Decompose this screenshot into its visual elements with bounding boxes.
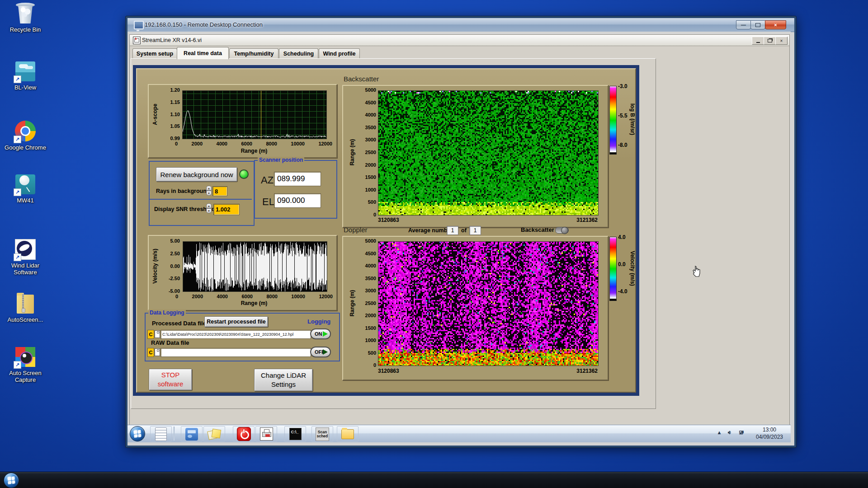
tab-label: Temp/humidity	[234, 51, 274, 57]
raw-logging-off-button[interactable]: OFF	[310, 347, 331, 357]
change-lidar-settings-button[interactable]: Change LiDAR Settings	[254, 369, 313, 391]
remote-taskbar-system-icon[interactable]	[181, 426, 203, 442]
tick-label: 3000	[365, 137, 376, 142]
doppler-y-axis-label: Range (m)	[349, 290, 355, 317]
ascope-plot-area	[182, 90, 327, 139]
logging-label: Logging	[307, 318, 330, 325]
velocity-y-axis-label: Velocity (m/s)	[152, 249, 158, 283]
velocity-y-axis: 5.002.500.00-2.50-5.00	[159, 239, 180, 294]
tab-scheduling[interactable]: Scheduling	[279, 48, 318, 59]
shortcut-arrow-icon: ↗	[14, 188, 21, 196]
remote-clock[interactable]: 13:00 04/09/2023	[749, 426, 790, 441]
doppler-time-start: 3120863	[378, 368, 399, 374]
app-restore-button[interactable]	[764, 37, 776, 45]
shortcut-arrow-icon: ↗	[14, 75, 21, 83]
rays-stepper[interactable]: ▲▼	[206, 186, 212, 196]
tick-label: 12000	[318, 141, 332, 146]
tab-real-time-data[interactable]: Real time data	[177, 47, 229, 59]
tab-label: Scheduling	[283, 51, 314, 57]
remote-taskbar-scan-sched-icon[interactable]: Scansched	[311, 426, 333, 442]
remote-taskbar-sticky-notes-icon[interactable]	[203, 426, 225, 442]
maximize-button[interactable]	[750, 20, 765, 29]
drive-badge[interactable]: C	[147, 330, 154, 339]
vi-file-icon	[133, 37, 141, 44]
az-value-field[interactable]: 089.999	[274, 172, 321, 186]
tab-wind-profile[interactable]: Wind profile	[319, 48, 360, 59]
stop-software-button[interactable]: STOP software	[149, 369, 192, 390]
tick-label: 500	[368, 351, 376, 356]
backscatter-colorbar	[609, 86, 617, 155]
desktop-icon-label: BL-View	[4, 84, 47, 91]
tick-label: 1000	[365, 338, 376, 343]
desktop-icon-label: Auto Screen Capture	[4, 370, 47, 383]
desktop-icon-bl-view[interactable]: ↗ BL-View	[4, 61, 47, 91]
wind-lidar-icon: ↗	[14, 239, 36, 260]
backscatter-time-start: 3120863	[378, 217, 399, 223]
recycle-bin-icon	[14, 3, 36, 24]
ascope-graph: 1.201.151.101.050.99 A-scope 02000400060…	[148, 84, 337, 158]
rdp-connection-icon	[134, 21, 144, 29]
remote-tray-network-icon[interactable]: 🖳︎	[739, 429, 744, 436]
host-start-button[interactable]	[4, 473, 19, 488]
button-label: Restart processed file	[207, 318, 266, 326]
backscatter-toggle[interactable]	[555, 227, 569, 234]
average-number-field[interactable]: 1	[447, 226, 458, 235]
tick-label: 0	[175, 141, 178, 146]
remote-taskbar-stop-icon[interactable]	[233, 426, 255, 442]
snr-stepper[interactable]: ▲▼	[206, 203, 212, 213]
button-label: Change LiDAR	[261, 371, 306, 380]
renew-background-button[interactable]: Renew background now	[156, 167, 237, 182]
minimize-button[interactable]: —	[736, 20, 751, 29]
el-value-field[interactable]: 090.000	[274, 193, 321, 208]
taskbar-separator	[174, 427, 175, 441]
processed-path-field[interactable]: C:\Lidar\Data\Proc\2023\202309\20230904\…	[160, 330, 311, 339]
desktop-icon-wind-lidar-software[interactable]: ↗ Wind Lidar Software	[4, 239, 47, 276]
desktop-icon-recycle-bin[interactable]: Recycle Bin	[4, 3, 47, 33]
tab-temp-humidity[interactable]: Temp/humidity	[229, 48, 278, 59]
remote-taskbar-cmd-icon[interactable]: C:\_	[284, 426, 306, 442]
backscatter-time-end: 3121362	[565, 217, 598, 223]
desktop-icon-autoscreen-zip[interactable]: AutoScreen...	[4, 293, 47, 323]
remote-desktop: StreamLine XR v14-6.vi × System setup Re…	[127, 32, 791, 442]
app-close-button[interactable]: ×	[775, 37, 788, 45]
snr-value-field[interactable]: 1.002	[213, 204, 240, 215]
tick-label: 4500	[365, 100, 376, 105]
tick-label: 2000	[365, 163, 376, 168]
auto-screen-capture-icon: ↗	[14, 346, 36, 368]
ascope-y-axis-label: A-scope	[152, 103, 158, 125]
app-minimize-button[interactable]	[752, 37, 764, 45]
remote-taskbar-vi-icon[interactable]	[255, 426, 277, 442]
tab-system-setup[interactable]: System setup	[132, 48, 177, 59]
remote-taskbar-folder-icon[interactable]	[337, 426, 359, 442]
windows-logo-icon	[133, 430, 142, 438]
velocity-plot-area	[183, 241, 327, 292]
processed-logging-on-button[interactable]: ON	[310, 328, 331, 339]
tick-label: 2500	[365, 150, 376, 155]
raw-data-file-label: RAW Data file	[151, 339, 189, 346]
button-label: ON	[315, 331, 322, 337]
remote-tray-volume-icon[interactable]: 🔉︎	[728, 429, 731, 436]
host-taskbar: e ▲ ✕ 13:00 04/09/2023	[0, 472, 868, 488]
desktop-icon-google-chrome[interactable]: ↗ Google Chrome	[4, 120, 47, 151]
restart-processed-file-button[interactable]: Restart processed file	[204, 316, 268, 327]
remote-taskbar-notepad-icon[interactable]	[150, 426, 172, 442]
tick-label: -3.0	[618, 83, 627, 89]
drive-badge[interactable]: C	[147, 348, 154, 357]
tick-label: 2000	[192, 141, 203, 146]
remote-clock-time: 13:00	[749, 426, 790, 433]
doppler-colorbar	[609, 237, 617, 301]
raw-path-field[interactable]	[160, 348, 311, 357]
rays-value-field[interactable]: 8	[212, 186, 227, 196]
desktop-icon-label: Google Chrome	[4, 144, 47, 151]
average-total-field[interactable]: 1	[469, 226, 481, 235]
backscatter-heatmap	[378, 90, 599, 216]
desktop-icon-mw41[interactable]: ↗ MW41	[4, 174, 47, 204]
mouse-cursor	[692, 266, 702, 279]
button-label: software	[158, 380, 184, 389]
close-button[interactable]: ×	[765, 20, 786, 29]
backscatter-colorbar-label: log B (/m/sr)	[629, 103, 636, 135]
desktop-icon-auto-screen-capture[interactable]: ↗ Auto Screen Capture	[4, 346, 47, 383]
remote-start-button[interactable]	[130, 426, 145, 441]
remote-tray-expand-icon[interactable]: ▴	[718, 429, 721, 436]
tick-label: -8.0	[618, 142, 627, 148]
